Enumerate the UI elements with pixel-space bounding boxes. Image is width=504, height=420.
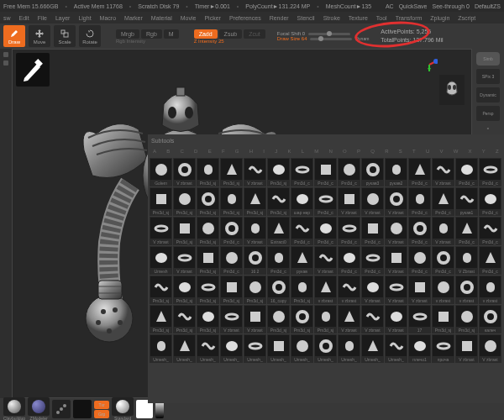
draw-size-slider[interactable] — [310, 38, 352, 40]
alpha-slot[interactable] — [73, 400, 92, 418]
alpha-filter-J[interactable]: J — [275, 149, 277, 154]
subtool-item[interactable]: Pm3d_sj — [150, 276, 172, 304]
simb-button[interactable]: Simb — [476, 52, 500, 66]
left-tool-item[interactable] — [3, 60, 8, 66]
subtool-item[interactable]: Pm3d_c — [220, 246, 243, 275]
alpha-filter-U[interactable]: U — [426, 149, 429, 154]
subtool-item[interactable]: проча — [432, 334, 454, 363]
stroke-slot[interactable] — [52, 400, 71, 418]
alpha-filter-R[interactable]: R — [385, 149, 388, 154]
subtool-item[interactable]: V zbrast — [244, 158, 266, 186]
subtool-item[interactable]: Pm3d_sj — [197, 246, 219, 275]
subtool-item[interactable]: Pm3d_c — [432, 246, 454, 275]
alpha-filter-K[interactable]: K — [287, 149, 291, 154]
subtool-item[interactable]: Pm3d_c — [408, 217, 431, 245]
mrgb-button[interactable]: Mrgb — [116, 29, 139, 39]
subtool-item[interactable]: Pm3d_sj — [197, 158, 219, 186]
alpha-filter-P[interactable]: P — [357, 149, 360, 154]
subtool-item[interactable]: Umesh_ — [173, 334, 196, 363]
subtool-item[interactable]: Pm3d_sj — [267, 158, 290, 186]
subtool-item[interactable]: V zbrast — [244, 217, 266, 245]
subtool-item[interactable]: Pm3d_sj — [455, 305, 478, 333]
subtool-item[interactable]: Pm3d_c — [479, 187, 501, 216]
subtool-item[interactable]: Pm3d_c — [432, 187, 454, 216]
subtool-item[interactable]: Pm3d_c — [408, 158, 431, 186]
subtool-item[interactable]: Pm3d_c — [408, 246, 431, 275]
menu-picker[interactable]: Picker — [204, 15, 220, 21]
menu-sw[interactable]: sw — [3, 15, 11, 21]
subtool-item[interactable]: Umesh_ — [220, 334, 243, 363]
subtool-item[interactable]: Pm3d_c — [455, 158, 478, 186]
move-tool[interactable]: Move — [29, 25, 50, 47]
subtool-item[interactable]: Pm3d_c — [455, 217, 478, 245]
subtool-item[interactable]: рукав2 — [385, 158, 407, 186]
subtool-item[interactable]: V zbrast — [338, 187, 360, 216]
menu-macro[interactable]: Macro — [100, 15, 116, 21]
zsub-button[interactable]: Zsub — [219, 29, 243, 39]
menu-texture[interactable]: Texture — [349, 15, 368, 21]
subtool-item[interactable]: Umesh_ — [361, 334, 384, 363]
alpha-filter-E[interactable]: E — [208, 149, 212, 154]
brush-preview[interactable] — [16, 53, 50, 87]
subtool-item[interactable]: V zbrast — [173, 158, 196, 186]
subtool-item[interactable]: Umesh_ — [267, 334, 290, 363]
alpha-filter-F[interactable]: F — [222, 149, 225, 154]
menu-marker[interactable]: Marker — [124, 15, 143, 21]
subtool-item[interactable]: Golem — [150, 158, 172, 186]
subtool-item[interactable]: калеч — [479, 305, 501, 333]
quicksave-button[interactable]: QuickSave — [399, 3, 428, 9]
z-intensity-slider[interactable]: Z Intensity 25 — [194, 39, 265, 44]
subtool-item[interactable]: v zbrast — [338, 276, 360, 304]
alpha-filter-Q[interactable]: Q — [370, 149, 375, 154]
subtool-item[interactable]: V zbrast — [432, 217, 454, 245]
subtool-item[interactable]: Pm3d_c — [338, 217, 360, 245]
alpha-filter-V[interactable]: V — [439, 149, 443, 154]
persp-button[interactable]: Persp — [476, 106, 500, 121]
left-tool-item[interactable] — [3, 52, 8, 57]
subtool-item[interactable]: 16_copy — [267, 276, 290, 304]
subtool-item[interactable]: V zbrast — [220, 305, 243, 333]
menu-edit[interactable]: Edit — [19, 15, 29, 21]
draw-tool[interactable]: Draw — [3, 25, 25, 47]
subtool-item[interactable]: 16 2 — [244, 246, 266, 275]
alpha-filter-L[interactable]: L — [302, 149, 304, 154]
alpha-filter-Y[interactable]: Y — [482, 149, 486, 154]
subtool-item[interactable]: Pm3d_sj — [197, 276, 219, 304]
subtool-item[interactable]: V zbrast — [385, 305, 407, 333]
subtool-item[interactable]: Pm3d_c — [361, 217, 384, 245]
alpha-filter-I[interactable]: I — [263, 149, 265, 154]
subtool-item[interactable]: рукав3 — [361, 158, 384, 186]
menu-transform[interactable]: Transform — [396, 15, 423, 21]
subtool-item[interactable]: Pm3d_c — [361, 246, 384, 275]
head-subtool-preview[interactable] — [439, 75, 465, 105]
subtool-item[interactable]: Pm3d_sj — [220, 276, 243, 304]
subtool-item[interactable]: Pm3d_sj — [267, 305, 290, 333]
subtool-item[interactable]: Pm3d_sj — [291, 276, 313, 304]
subtool-item[interactable]: Pm3d_sj — [432, 305, 454, 333]
alpha-filter-B[interactable]: B — [166, 149, 170, 154]
subtool-item[interactable]: Pm3d_sj — [314, 305, 337, 333]
alpha-filter-X[interactable]: X — [469, 149, 472, 154]
alpha-filter-G[interactable]: G — [235, 149, 239, 154]
alpha-filter-N[interactable]: N — [329, 149, 333, 154]
subtool-item[interactable]: V zbrast — [173, 246, 196, 275]
subtool-item[interactable]: V zbrast — [150, 217, 172, 245]
subtool-item[interactable]: V zbrast — [455, 334, 478, 363]
subtool-item[interactable]: Pm3d_sj — [197, 187, 219, 216]
menu-stroke[interactable]: Stroke — [323, 15, 340, 21]
subtool-item[interactable]: Umesh_ — [338, 334, 360, 363]
subtool-item[interactable]: V zbrast — [385, 187, 407, 216]
subtool-item[interactable]: Umesh_ — [291, 334, 313, 363]
material-slot[interactable] — [112, 397, 134, 416]
subtool-item[interactable]: Umesh_ — [150, 334, 172, 363]
alpha-filter-M[interactable]: M — [314, 149, 318, 154]
subtool-item[interactable]: V zbrast — [385, 217, 407, 245]
subtool-item[interactable]: Pm3d_c — [338, 246, 360, 275]
subtool-item[interactable]: Pm3d_sj — [150, 305, 172, 333]
alpha-filter-S[interactable]: S — [399, 149, 402, 154]
brush-claybuildup[interactable] — [3, 397, 25, 416]
seethrough-slider[interactable]: See-through 0 — [433, 3, 470, 9]
subtool-item[interactable]: Umesh_ — [385, 334, 407, 363]
subtool-item[interactable]: Umesh_ — [314, 334, 337, 363]
menu-stencil[interactable]: Stencil — [297, 15, 315, 21]
